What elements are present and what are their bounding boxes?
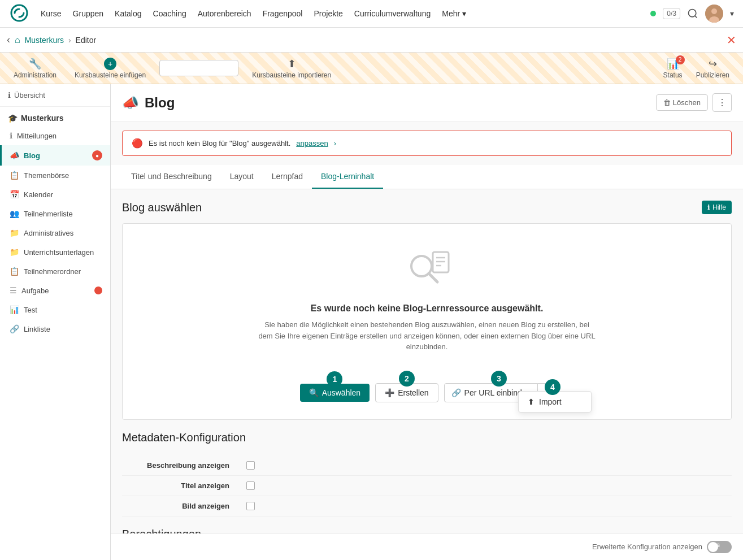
sidebar-item-unterrichtsunterlagen[interactable]: 📁 Unterrichtsunterlagen [0,242,110,262]
kalender-icon: 📅 [10,190,19,199]
tab-lernpfad[interactable]: Lernpfad [263,165,312,189]
breadcrumb-bar: ‹ ⌂ Musterkurs › Editor ✕ [0,28,743,53]
sidebar-item-blog[interactable]: 📣 Blog ● [0,145,110,166]
tabs-bar: Titel und Beschreibung Layout Lernpfad B… [111,165,743,189]
sidebar-item-linkliste[interactable]: 🔗 Linkliste [0,319,110,338]
nav-katalog[interactable]: Katalog [115,9,141,18]
unterricht-icon: 📁 [10,248,19,257]
svg-line-1 [695,16,697,18]
mitteilungen-icon: ℹ [10,131,12,140]
titel-checkbox[interactable] [246,481,255,490]
notification-badge[interactable]: 0/3 [663,8,680,19]
empty-state-desc: Sie haben die Möglichkeit einen bestehen… [258,319,597,353]
linkliste-icon: 🔗 [10,324,19,333]
beschreibung-value [246,461,255,470]
close-editor-button[interactable]: ✕ [727,33,736,47]
sidebar-item-teilnehmerordner[interactable]: 📋 Teilnehmerordner [0,262,110,281]
metadata-row-bild: Bild anzeigen [122,496,732,516]
beschreibung-checkbox[interactable] [246,461,255,470]
footer-row: Erweiterte Konfiguration anzeigen AUS [111,533,743,560]
tab-layout[interactable]: Layout [221,165,263,189]
content-area: 📣 Blog 🗑 Löschen ⋮ 🔴 Es ist noch kein Bl… [111,84,743,560]
tab-blog-lerninhalt[interactable]: Blog-Lerninhalt [312,165,383,189]
blog-select-title: Blog auswählen [122,201,202,214]
tab-titel[interactable]: Titel und Beschreibung [122,165,221,189]
advanced-config-toggle[interactable]: AUS [707,541,732,553]
page-header: 📣 Blog 🗑 Löschen ⋮ [111,84,743,121]
sidebar-item-test[interactable]: 📊 Test [0,300,110,319]
online-status-dot [650,11,656,16]
breadcrumb-course[interactable]: Musterkurs [25,36,64,45]
empty-state-box: Es wurde noch keine Blog-Lernressource a… [122,223,732,420]
sidebar-item-mitteilungen[interactable]: ℹ Mitteilungen [0,126,110,145]
action-select-wrapper: 1 🔍 Auswählen [300,384,370,402]
back-button[interactable]: ‹ [7,34,10,46]
nav-fragenpool[interactable]: Fragenpool [263,9,303,18]
nav-mehr[interactable]: Mehr ▾ [442,9,466,18]
administratives-icon: 📁 [10,228,19,237]
empty-state-title: Es wurde noch keine Blog-Lernressource a… [134,303,720,314]
titel-value [246,481,255,490]
empty-state-icon [134,246,720,294]
aufgabe-badge [94,286,102,294]
nav-autorenbereich[interactable]: Autorenbereich [198,9,251,18]
search-icon: 🔍 [309,388,319,397]
search-icon[interactable] [687,8,698,19]
more-options-button[interactable]: ⋮ [712,93,732,112]
metadata-row-beschreibung: Beschreibung anzeigen [122,455,732,476]
quick-add-input[interactable] [159,60,238,76]
app-logo[interactable] [9,3,29,25]
administration-button[interactable]: 🔧 Administration [9,55,61,81]
bild-checkbox[interactable] [246,502,255,510]
sidebar-item-kalender[interactable]: 📅 Kalender [0,185,110,204]
nav-projekte[interactable]: Projekte [314,9,342,18]
home-icon[interactable]: ⌂ [15,35,20,45]
add-course-block-button[interactable]: + Kursbausteine einfügen [70,55,150,81]
delete-button[interactable]: 🗑 Löschen [656,94,708,111]
sidebar-item-teilnehmerliste[interactable]: 👥 Teilnehmerliste [0,204,110,223]
sidebar-overview[interactable]: ℹ Übersicht [0,84,110,107]
page-title: Blog [145,95,175,111]
nav-links: Kurse Gruppen Katalog Coaching Autorenbe… [41,9,650,18]
help-button[interactable]: ℹ Hilfe [702,201,732,214]
nav-coaching[interactable]: Coaching [153,9,186,18]
metadata-row-titel: Titel anzeigen [122,476,732,496]
status-badge: 2 [676,55,685,64]
alert-chevron: › [334,139,336,147]
user-dropdown-arrow[interactable]: ▾ [730,9,734,18]
advanced-config-label: Erweiterte Konfiguration anzeigen [592,543,702,552]
step-3-circle: 3 [491,371,507,387]
main-layout: ℹ Übersicht 🎓 Musterkurs ℹ Mitteilungen … [0,84,743,560]
nav-kurse[interactable]: Kurse [41,9,62,18]
nav-gruppen[interactable]: Gruppen [73,9,103,18]
page-header-actions: 🗑 Löschen ⋮ [656,93,732,112]
toggle-thumb [708,542,718,552]
alert-banner: 🔴 Es ist noch kein Blog für "Blog" ausge… [122,131,732,156]
themenboerse-icon: 📋 [10,171,19,180]
editor-toolbar: 🔧 Administration + Kursbausteine einfüge… [0,53,743,84]
svg-point-0 [689,10,696,17]
bild-label: Bild anzeigen [122,502,246,510]
breadcrumb-page: Editor [76,36,97,45]
sidebar-item-aufgabe[interactable]: ☰ Aufgabe [0,281,110,300]
alert-text: Es ist noch kein Blog für "Blog" ausgewä… [149,139,290,147]
blog-badge: ● [92,150,102,160]
import-icon: ⬆ [528,397,535,406]
sidebar-item-themenboerse[interactable]: 📋 Themenbörse [0,166,110,185]
blog-icon: 📣 [10,151,19,160]
sidebar: ℹ Übersicht 🎓 Musterkurs ℹ Mitteilungen … [0,84,111,560]
alert-link[interactable]: anpassen [296,139,328,147]
link-icon: 🔗 [451,388,461,397]
status-button[interactable]: 2 📊 Status [663,58,683,79]
plus-icon: ➕ [385,388,394,397]
help-icon: ℹ [707,203,710,211]
teilnehmerordner-icon: 📋 [10,267,19,276]
nav-curriculum[interactable]: Curriculumverwaltung [354,9,431,18]
breadcrumb-separator: › [68,36,71,45]
sidebar-item-administratives[interactable]: 📁 Administratives [0,223,110,242]
page-header-icon: 📣 [122,95,139,111]
publish-button[interactable]: ↪ Publizieren [692,55,734,81]
import-button[interactable]: ⬆ Kursbausteine importieren [247,55,336,81]
svg-point-3 [711,8,717,14]
user-avatar[interactable] [705,5,723,23]
